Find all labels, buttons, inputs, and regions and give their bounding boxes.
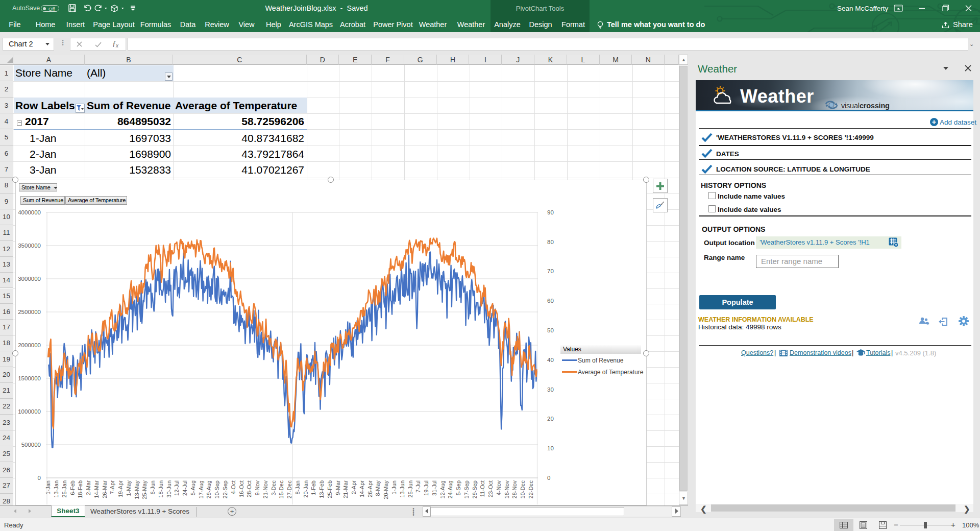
svg-text:1-Jan: 1-Jan xyxy=(45,480,51,495)
svg-text:27-Dec: 27-Dec xyxy=(286,480,292,499)
svg-text:2-Apr: 2-Apr xyxy=(351,480,357,494)
svg-text:1-Jun: 1-Jun xyxy=(391,480,397,495)
svg-text:1-May: 1-May xyxy=(126,480,132,496)
svg-text:26-Apr: 26-Apr xyxy=(367,480,373,497)
svg-text:24-Jul: 24-Jul xyxy=(182,480,188,496)
svg-text:14-Mar: 14-Mar xyxy=(93,480,100,498)
svg-text:6-Jun: 6-Jun xyxy=(150,480,156,495)
svg-text:500000: 500000 xyxy=(21,442,41,448)
svg-text:13-May: 13-May xyxy=(134,480,140,499)
svg-text:16-Oct: 16-Oct xyxy=(238,480,244,497)
svg-text:7-Apr: 7-Apr xyxy=(109,480,115,494)
svg-text:26-Mar: 26-Mar xyxy=(102,480,108,498)
svg-text:9-Mar: 9-Mar xyxy=(335,480,341,495)
svg-text:7-Jul: 7-Jul xyxy=(415,480,421,493)
svg-text:22-Sep: 22-Sep xyxy=(222,480,228,498)
svg-text:0: 0 xyxy=(38,475,41,481)
svg-text:10-Dec: 10-Dec xyxy=(520,480,526,499)
svg-text:2-Mar: 2-Mar xyxy=(85,480,91,495)
svg-text:3000000: 3000000 xyxy=(18,276,41,282)
svg-text:70: 70 xyxy=(547,268,554,274)
svg-text:28-Nov: 28-Nov xyxy=(511,480,518,499)
svg-text:31-Jul: 31-Jul xyxy=(431,480,437,496)
svg-text:14-Apr: 14-Apr xyxy=(359,480,365,497)
svg-text:21-Mar: 21-Mar xyxy=(342,480,349,498)
svg-text:4000000: 4000000 xyxy=(18,209,41,215)
svg-text:2000000: 2000000 xyxy=(18,342,41,348)
svg-text:12-Aug: 12-Aug xyxy=(439,480,446,498)
svg-text:6-Feb: 6-Feb xyxy=(69,480,76,495)
svg-text:25-Feb: 25-Feb xyxy=(327,480,333,498)
svg-text:20-Jan: 20-Jan xyxy=(303,480,309,498)
svg-text:3-Dec: 3-Dec xyxy=(271,480,277,496)
svg-text:16-Nov: 16-Nov xyxy=(504,480,510,499)
svg-text:13-Feb: 13-Feb xyxy=(318,480,325,498)
svg-text:0: 0 xyxy=(547,475,550,481)
svg-text:5-Sep: 5-Sep xyxy=(455,480,461,495)
svg-text:30-Jun: 30-Jun xyxy=(166,480,172,498)
svg-text:12-Jul: 12-Jul xyxy=(174,480,180,496)
svg-text:13-Jan: 13-Jan xyxy=(53,480,59,498)
svg-text:30: 30 xyxy=(547,387,554,393)
svg-text:24-Aug: 24-Aug xyxy=(447,480,453,498)
svg-text:29-Sep: 29-Sep xyxy=(472,480,478,498)
svg-text:22-Dec: 22-Dec xyxy=(528,480,534,499)
svg-text:19-Jul: 19-Jul xyxy=(423,480,429,496)
svg-text:10: 10 xyxy=(547,445,554,451)
svg-text:8-Jan: 8-Jan xyxy=(295,480,301,495)
svg-text:4-Oct: 4-Oct xyxy=(230,480,236,494)
svg-text:20: 20 xyxy=(547,416,554,422)
svg-text:3500000: 3500000 xyxy=(18,243,41,249)
svg-text:10-Sep: 10-Sep xyxy=(214,480,220,498)
svg-text:23-Oct: 23-Oct xyxy=(487,480,494,497)
svg-text:25-May: 25-May xyxy=(141,480,148,499)
svg-text:15-Dec: 15-Dec xyxy=(278,480,284,499)
svg-text:1000000: 1000000 xyxy=(18,408,41,415)
svg-text:28-Oct: 28-Oct xyxy=(246,480,252,497)
svg-text:17-Aug: 17-Aug xyxy=(198,480,204,498)
svg-text:2500000: 2500000 xyxy=(18,309,41,315)
svg-text:4-Nov: 4-Nov xyxy=(496,480,502,496)
svg-text:1-Feb: 1-Feb xyxy=(310,480,316,495)
svg-text:90: 90 xyxy=(547,209,554,215)
svg-text:25-Jun: 25-Jun xyxy=(407,480,413,498)
svg-text:18-Feb: 18-Feb xyxy=(77,480,83,498)
svg-text:20-May: 20-May xyxy=(383,480,389,499)
svg-text:x: x xyxy=(115,43,119,49)
svg-text:50: 50 xyxy=(547,327,554,333)
svg-text:18-Jun: 18-Jun xyxy=(158,480,164,498)
svg-text:80: 80 xyxy=(547,239,554,245)
svg-text:9-Nov: 9-Nov xyxy=(254,480,260,496)
svg-text:60: 60 xyxy=(547,298,554,304)
svg-text:17-Sep: 17-Sep xyxy=(463,480,470,498)
svg-text:25-Jan: 25-Jan xyxy=(61,480,67,498)
svg-text:8-May: 8-May xyxy=(375,480,381,496)
svg-text:13-Jun: 13-Jun xyxy=(399,480,405,498)
svg-text:40: 40 xyxy=(547,357,554,363)
svg-text:19-Apr: 19-Apr xyxy=(117,480,124,497)
svg-text:29-Aug: 29-Aug xyxy=(206,480,212,498)
svg-text:21-Nov: 21-Nov xyxy=(262,480,268,499)
svg-text:5-Aug: 5-Aug xyxy=(190,480,196,495)
svg-text:11-Oct: 11-Oct xyxy=(479,480,485,497)
svg-text:1500000: 1500000 xyxy=(18,375,41,381)
